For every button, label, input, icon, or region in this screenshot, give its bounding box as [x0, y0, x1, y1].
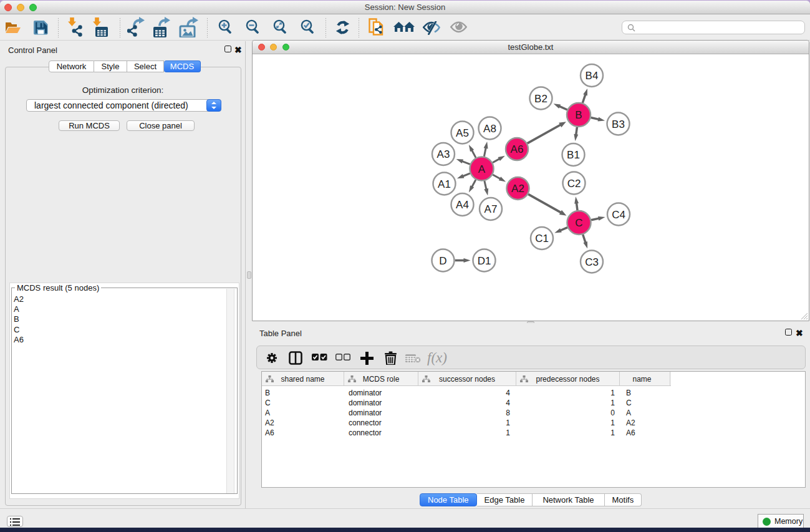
svg-text:C: C — [575, 217, 582, 229]
svg-text:C3: C3 — [585, 256, 599, 268]
svg-text:B1: B1 — [567, 149, 580, 161]
svg-text:A: A — [478, 163, 486, 175]
svg-text:B4: B4 — [586, 70, 599, 82]
svg-text:A6: A6 — [511, 143, 524, 155]
svg-text:A2: A2 — [511, 183, 524, 195]
svg-text:A1: A1 — [438, 178, 451, 190]
svg-text:B2: B2 — [534, 93, 547, 105]
svg-text:D: D — [439, 255, 446, 267]
svg-text:C4: C4 — [612, 209, 625, 221]
svg-text:A7: A7 — [485, 203, 498, 215]
svg-text:B: B — [575, 109, 582, 121]
svg-text:A5: A5 — [456, 127, 469, 139]
svg-text:D1: D1 — [478, 255, 491, 267]
svg-text:B3: B3 — [612, 118, 625, 130]
svg-text:A3: A3 — [437, 148, 450, 160]
svg-text:A8: A8 — [483, 123, 496, 135]
svg-text:A4: A4 — [456, 199, 469, 211]
svg-text:C2: C2 — [567, 178, 581, 190]
svg-text:C1: C1 — [535, 233, 549, 244]
